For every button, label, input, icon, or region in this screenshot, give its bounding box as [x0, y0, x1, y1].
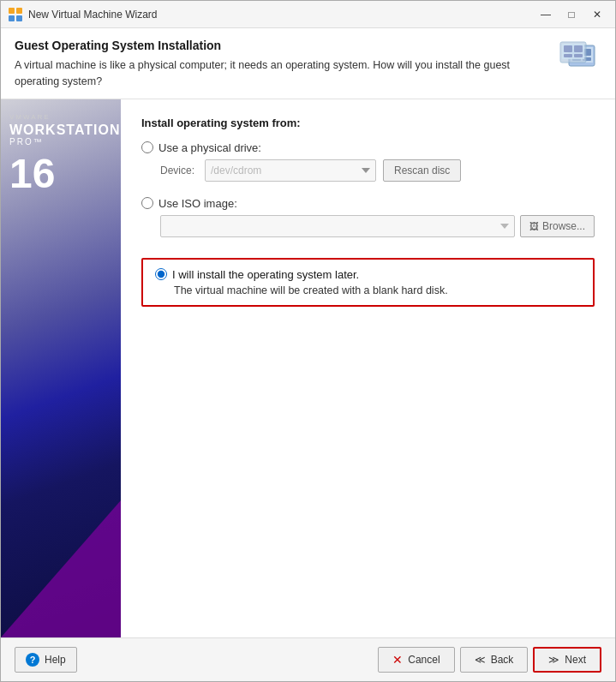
help-button[interactable]: ? Help	[15, 647, 77, 673]
iso-image-radio[interactable]	[141, 197, 153, 209]
back-button[interactable]: ≪ Back	[460, 647, 529, 673]
physical-drive-text: Use a physical drive:	[158, 141, 261, 154]
close-button[interactable]: ✕	[586, 6, 608, 23]
back-icon: ≪	[475, 654, 486, 666]
browse-button[interactable]: 🖼 Browse...	[520, 215, 595, 237]
svg-rect-12	[564, 45, 572, 52]
page-title: Guest Operating System Installation	[15, 39, 547, 52]
next-arrow-icon: ≫	[548, 654, 559, 666]
browse-icon: 🖼	[529, 221, 539, 231]
sidebar-pro-label: PRO™	[9, 137, 44, 147]
installation-options: Use a physical drive: Device: /dev/cdrom…	[141, 141, 595, 307]
footer-actions: ✕ Cancel ≪ Back ≫ Next	[378, 647, 601, 673]
svg-rect-2	[9, 15, 15, 21]
help-label: Help	[45, 654, 66, 666]
next-label: Next	[565, 654, 586, 666]
iso-image-label[interactable]: Use ISO image:	[141, 197, 595, 210]
main-window: New Virtual Machine Wizard — □ ✕ Guest O…	[0, 0, 616, 682]
help-icon: ?	[26, 653, 39, 667]
content-area: VMWARE WORKSTATION PRO™ 16 Install opera…	[1, 99, 615, 638]
window-title: New Virtual Machine Wizard	[28, 9, 535, 21]
page-description: A virtual machine is like a physical com…	[15, 57, 511, 90]
sidebar-version: 16	[9, 153, 55, 194]
sidebar-vmware-label: VMWARE	[9, 113, 51, 121]
title-bar: New Virtual Machine Wizard — □ ✕	[1, 1, 615, 28]
install-later-text: I will install the operating system late…	[172, 268, 359, 281]
cancel-x-icon: ✕	[392, 653, 403, 667]
sidebar-decoration	[1, 500, 121, 637]
device-row: Device: /dev/cdrom Rescan disc	[160, 159, 595, 182]
svg-rect-0	[9, 8, 15, 14]
sidebar: VMWARE WORKSTATION PRO™ 16	[1, 99, 121, 638]
rescan-button[interactable]: Rescan disc	[383, 159, 461, 182]
cancel-label: Cancel	[408, 654, 440, 666]
next-button[interactable]: ≫ Next	[533, 647, 601, 673]
install-later-option: I will install the operating system late…	[141, 258, 595, 307]
browse-label: Browse...	[542, 220, 585, 232]
cancel-button[interactable]: ✕ Cancel	[378, 647, 454, 673]
physical-drive-option: Use a physical drive: Device: /dev/cdrom…	[141, 141, 595, 182]
footer: ? Help ✕ Cancel ≪ Back ≫ Next	[1, 637, 615, 681]
install-later-radio[interactable]	[155, 268, 167, 280]
main-content: Install operating system from: Use a phy…	[121, 99, 615, 638]
svg-rect-13	[574, 45, 583, 52]
maximize-button[interactable]: □	[560, 6, 583, 23]
iso-image-text: Use ISO image:	[158, 197, 237, 210]
header: Guest Operating System Installation A vi…	[1, 28, 615, 99]
physical-drive-radio[interactable]	[141, 141, 153, 153]
header-text: Guest Operating System Installation A vi…	[15, 39, 547, 90]
iso-image-option: Use ISO image: 🖼 Browse...	[141, 197, 595, 237]
device-select[interactable]: /dev/cdrom	[205, 159, 376, 182]
sidebar-product-name: WORKSTATION	[9, 123, 121, 138]
section-title: Install operating system from:	[141, 117, 595, 129]
svg-rect-15	[574, 54, 583, 57]
iso-path-select[interactable]	[160, 215, 515, 237]
physical-drive-label[interactable]: Use a physical drive:	[141, 141, 595, 154]
install-later-description: The virtual machine will be created with…	[174, 284, 581, 296]
window-controls: — □ ✕	[535, 6, 608, 23]
iso-input-row: 🖼 Browse...	[160, 215, 595, 237]
header-icon	[557, 40, 601, 84]
svg-rect-1	[16, 8, 22, 14]
install-later-label[interactable]: I will install the operating system late…	[155, 268, 581, 281]
svg-rect-14	[564, 54, 572, 57]
svg-rect-3	[16, 15, 22, 21]
back-label: Back	[491, 654, 514, 666]
device-label: Device:	[160, 165, 198, 176]
minimize-button[interactable]: —	[535, 6, 557, 23]
app-icon	[8, 7, 23, 22]
